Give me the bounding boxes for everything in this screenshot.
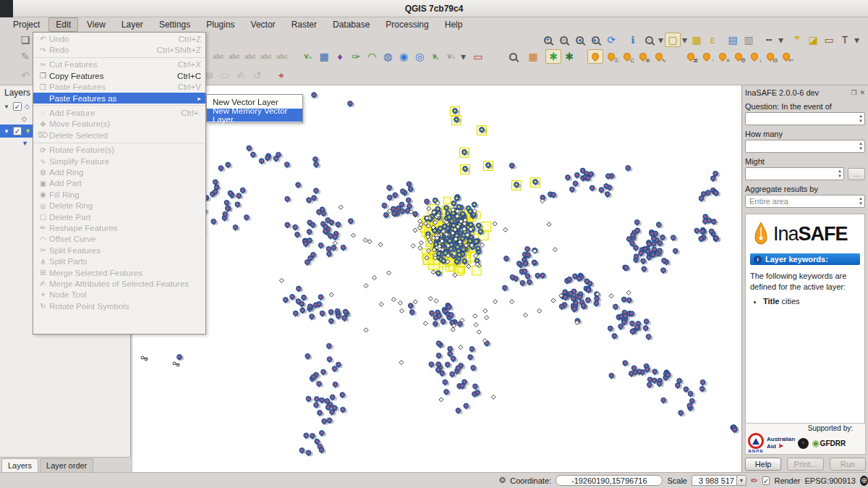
label-abc-4-button[interactable]: abc: [258, 49, 274, 64]
edit-menu-item-redo[interactable]: ↷RedoCtrl+Shift+Z: [33, 44, 205, 55]
menu-settings[interactable]: Settings: [152, 17, 197, 32]
zoom-to-selection-icon[interactable]: ◦: [641, 33, 657, 47]
spin-arrows-icon[interactable]: ▲▼: [838, 169, 842, 179]
add-wcs-layer-button[interactable]: ◎: [412, 49, 427, 64]
plugin-tool-1-button[interactable]: ✱: [545, 49, 561, 64]
inasafe-download-icon[interactable]: ↓: [746, 49, 762, 64]
extents-icon[interactable]: ❂: [499, 476, 506, 485]
aggregation-combobox[interactable]: Entire area▲▼: [745, 195, 865, 208]
exposure-combobox[interactable]: ▲▼: [745, 140, 865, 153]
map-canvas[interactable]: [133, 85, 742, 472]
inasafe-database-icon[interactable]: ⊟: [762, 49, 778, 64]
inasafe-user-icon[interactable]: ◦: [699, 49, 715, 64]
edit-menu-item-undo[interactable]: ↶UndoCtrl+Z: [33, 33, 205, 44]
scale-dropdown-icon[interactable]: ▼: [736, 475, 746, 486]
hazard-combobox[interactable]: ▲▼: [745, 112, 865, 125]
edit-menu-item-delete-selected[interactable]: ⌦Delete Selected: [33, 130, 205, 140]
menu-processing[interactable]: Processing: [378, 17, 435, 32]
edit-menu-item-add-ring[interactable]: ◍Add Ring: [33, 167, 205, 177]
spin-arrows-icon[interactable]: ▲▼: [859, 141, 863, 151]
add-delimited-text-button[interactable]: V₊: [443, 49, 459, 64]
edit-menu-item-simplify-feature[interactable]: ∿Simplify Feature: [33, 156, 205, 167]
new-spatialite-layer-button[interactable]: ♦: [332, 49, 348, 64]
zoom-next-icon[interactable]: ▸: [587, 33, 603, 47]
coordinate-input[interactable]: -19260190,15796716: [556, 475, 663, 486]
menu-view[interactable]: View: [80, 17, 113, 32]
offset-tool-button[interactable]: ✍: [233, 68, 249, 83]
edit-menu-item-paste-features[interactable]: ❒Paste FeaturesCtrl+V: [33, 82, 205, 93]
select-by-expression-button[interactable]: ε: [705, 33, 720, 47]
edit-menu-item-offset-curve[interactable]: ◠Offset Curve: [33, 234, 205, 245]
edit-menu-item-split-parts[interactable]: ⋔Split Parts: [33, 256, 205, 266]
field-calculator-button[interactable]: ▥: [741, 33, 757, 47]
spin-arrows-icon[interactable]: ▲▼: [859, 196, 863, 206]
close-panel-icon[interactable]: ✕: [859, 89, 865, 96]
edit-menu-item-add-feature[interactable]: ⁘Add FeatureCtrl+.: [33, 107, 205, 118]
node-crosshair-button[interactable]: ⌖: [273, 68, 289, 83]
select-rectangle-button[interactable]: ▢: [665, 33, 681, 47]
print-button[interactable]: Print...: [787, 458, 823, 471]
edit-menu-item-copy-features[interactable]: ❐Copy FeaturesCtrl+C: [33, 70, 205, 81]
search-icon[interactable]: [505, 49, 521, 64]
tab-layer-order[interactable]: Layer order: [40, 458, 93, 472]
identify-features-button[interactable]: ℹ: [625, 33, 641, 47]
inasafe-shake-icon[interactable]: ∿: [651, 49, 667, 64]
metasearch-button[interactable]: ▦: [525, 49, 541, 64]
refresh-map-button[interactable]: ⟳: [603, 33, 619, 47]
edit-menu-item-rotate-point-symbols[interactable]: ↻Rotate Point Symbols: [33, 300, 205, 311]
scale-combobox[interactable]: 3 988 517 ▼: [692, 475, 746, 486]
add-postgis-layer-button[interactable]: ◍: [380, 49, 396, 64]
undo-edit-button[interactable]: ↶: [17, 68, 33, 83]
add-wfs-layer-button[interactable]: 9,: [427, 49, 443, 64]
crs-status-icon[interactable]: ⊕: [860, 476, 868, 486]
label-abc-2-button[interactable]: abc: [226, 49, 242, 64]
new-project-button[interactable]: ❏: [17, 33, 33, 47]
tab-layers[interactable]: Layers: [1, 458, 38, 472]
submenu-item-new-memory-vector-layer[interactable]: New Memory Vector Layer: [207, 109, 302, 122]
rotate-tool-button[interactable]: ↺: [249, 68, 265, 83]
annotation-dropdown-button[interactable]: ▾: [853, 33, 861, 47]
title-bar[interactable]: QGIS 7cb79c4: [0, 0, 868, 17]
float-panel-icon[interactable]: ❐: [851, 89, 856, 96]
edit-menu-item-merge-selected-features[interactable]: ⊞Merge Selected Features: [33, 267, 205, 278]
add-raster-layer-button[interactable]: ◠: [364, 49, 380, 64]
render-checkbox[interactable]: ✓: [762, 476, 770, 485]
plugin-tool-2-button[interactable]: ✱: [561, 49, 577, 64]
current-edits-button[interactable]: ✎: [17, 49, 33, 64]
measure-line-button[interactable]: ╍: [761, 33, 777, 47]
inasafe-options-icon[interactable]: C: [619, 49, 635, 64]
edit-menu-item-delete-part[interactable]: ▢Delete Part: [33, 211, 205, 222]
zoom-in-icon[interactable]: +: [540, 33, 556, 47]
label-abc-3-button[interactable]: abc: [242, 49, 258, 64]
add-wms-layer-button[interactable]: ◉: [396, 49, 412, 64]
show-bookmarks-button[interactable]: ▭: [821, 33, 837, 47]
menu-plugins[interactable]: Plugins: [199, 17, 242, 32]
add-vector-layer-button[interactable]: ✑: [348, 49, 364, 64]
menu-project[interactable]: Project: [6, 17, 47, 32]
edit-menu-item-delete-ring[interactable]: ◎Delete Ring: [33, 200, 205, 211]
edit-menu-item-merge-attributes-of-selected-features[interactable]: ✍Merge Attributes of Selected Features: [33, 278, 205, 289]
label-abc-1-button[interactable]: abc: [210, 49, 226, 64]
remove-layer-button[interactable]: ▭: [470, 49, 486, 64]
new-vector-layer-button[interactable]: V₊: [300, 49, 316, 64]
expand-arrow-icon[interactable]: ▼: [3, 104, 10, 110]
text-annotation-button[interactable]: T: [837, 33, 853, 47]
edit-menu-item-reshape-features[interactable]: ✏Reshape Features: [33, 222, 205, 233]
select-dropdown-button[interactable]: ▾: [657, 33, 665, 47]
run-button[interactable]: Run: [830, 458, 866, 471]
layer-visibility-checkbox[interactable]: ✓: [13, 102, 22, 111]
inasafe-plugin-icon[interactable]: [587, 49, 603, 64]
inasafe-list-icon[interactable]: ≣: [683, 49, 699, 64]
inasafe-cut-icon[interactable]: ✄: [778, 49, 794, 64]
edit-menu-item-fill-ring[interactable]: ◉Fill Ring: [33, 189, 205, 200]
menu-layer[interactable]: Layer: [114, 17, 150, 32]
menu-help[interactable]: Help: [438, 17, 470, 32]
measure-dropdown-button[interactable]: ▾: [777, 33, 785, 47]
inasafe-layers-icon[interactable]: ≡: [715, 49, 731, 64]
edit-menu-item-move-feature-s-[interactable]: ✥Move Feature(s): [33, 119, 205, 130]
edit-menu-item-add-part[interactable]: ▣Add Part: [33, 178, 205, 189]
help-button[interactable]: Help: [745, 458, 781, 471]
layer-dropdown-button[interactable]: ▾: [459, 49, 467, 64]
inasafe-minimum-needs-icon[interactable]: ≋: [635, 49, 651, 64]
expand-arrow-icon[interactable]: ▼: [3, 128, 10, 135]
